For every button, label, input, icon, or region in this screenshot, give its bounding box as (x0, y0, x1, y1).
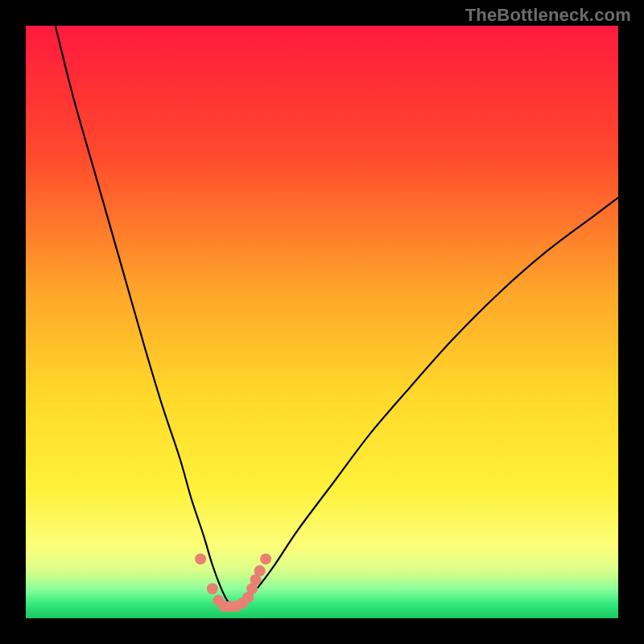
highlight-point (195, 553, 206, 564)
plot-area (26, 26, 618, 618)
chart-stage: TheBottleneck.com (0, 0, 644, 644)
highlight-markers (195, 553, 271, 612)
highlight-point (254, 565, 266, 576)
bottleneck-curve (56, 26, 618, 607)
highlight-point (207, 583, 218, 594)
curve-layer (26, 26, 618, 618)
highlight-point (260, 553, 271, 564)
watermark-text: TheBottleneck.com (465, 5, 631, 26)
